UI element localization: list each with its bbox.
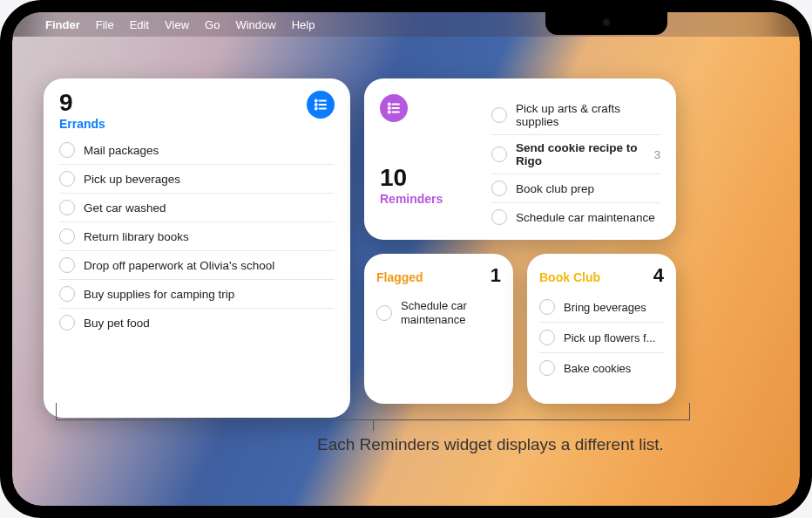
list-icon <box>380 94 408 122</box>
checkbox-icon[interactable] <box>539 299 555 315</box>
menu-go[interactable]: Go <box>205 18 220 31</box>
widget-all-reminders[interactable]: 10 Reminders Pick up arts & crafts suppl… <box>364 78 676 240</box>
reminder-text: Pick up arts & crafts supplies <box>516 102 660 128</box>
menu-edit[interactable]: Edit <box>130 18 149 31</box>
checkbox-icon[interactable] <box>491 147 507 162</box>
menu-bar: Finder File Edit View Go Window Help <box>12 12 800 37</box>
desktop-screen: Finder File Edit View Go Window Help 9 E… <box>12 12 800 506</box>
checkbox-icon[interactable] <box>59 257 75 273</box>
flagged-count: 1 <box>491 264 501 287</box>
reminder-item[interactable]: Get car washed <box>59 193 335 222</box>
checkbox-icon[interactable] <box>376 305 392 321</box>
checkbox-icon[interactable] <box>59 315 75 331</box>
flagged-list-name: Flagged <box>376 270 423 284</box>
reminder-item[interactable]: Pick up beverages <box>59 164 335 193</box>
widget-book-club[interactable]: Book Club 4 Bring beverages Pick up flow… <box>527 254 676 404</box>
checkbox-icon[interactable] <box>491 107 507 123</box>
checkbox-icon[interactable] <box>539 360 555 376</box>
checkbox-icon[interactable] <box>59 142 75 158</box>
menu-help[interactable]: Help <box>292 18 315 31</box>
svg-point-10 <box>389 111 390 112</box>
reminder-text: Return library books <box>84 230 189 243</box>
checkbox-icon[interactable] <box>59 286 75 302</box>
flagged-items: Schedule car maintenance <box>376 292 501 335</box>
svg-point-8 <box>389 107 390 109</box>
menu-file[interactable]: File <box>96 18 114 31</box>
svg-point-2 <box>315 104 317 106</box>
reminder-item[interactable]: Send cookie recipe to Rigo3 <box>491 134 660 174</box>
camera-icon <box>604 19 610 25</box>
device-frame: Finder File Edit View Go Window Help 9 E… <box>0 0 812 518</box>
svg-point-0 <box>315 99 317 101</box>
reminder-item[interactable]: Buy supplies for camping trip <box>59 279 335 308</box>
checkbox-icon[interactable] <box>491 181 507 196</box>
checkbox-icon[interactable] <box>59 228 75 244</box>
checkbox-icon[interactable] <box>491 209 507 225</box>
bookclub-items: Bring beverages Pick up flowers f... Bak… <box>539 292 664 383</box>
list-icon <box>307 91 335 119</box>
reminder-text: Schedule car maintenance <box>516 211 655 224</box>
reminder-item[interactable]: Mail packages <box>59 136 335 164</box>
menu-view[interactable]: View <box>165 18 189 31</box>
reminder-text: Book club prep <box>516 182 594 195</box>
menu-window[interactable]: Window <box>235 18 275 31</box>
reminder-item[interactable]: Pick up flowers f... <box>539 322 664 352</box>
app-menu-finder[interactable]: Finder <box>45 18 80 31</box>
reminder-text: Bring beverages <box>564 301 646 314</box>
desktop-widget-area: 9 Errands Mail packages Pick up beverage… <box>12 37 800 506</box>
reminder-item[interactable]: Buy pet food <box>59 308 335 337</box>
reminders-items: Pick up arts & crafts supplies Send cook… <box>491 96 660 231</box>
bookclub-count: 4 <box>653 264 664 287</box>
reminder-item[interactable]: Bake cookies <box>539 352 664 383</box>
checkbox-icon[interactable] <box>59 200 75 215</box>
reminder-item[interactable]: Book club prep <box>491 174 660 202</box>
errands-count: 9 <box>59 91 105 115</box>
reminders-list-name: Reminders <box>380 192 476 206</box>
errands-list-name: Errands <box>59 117 105 131</box>
reminder-text: Buy pet food <box>84 317 150 330</box>
reminder-text: Drop off paperwork at Olivia's school <box>84 259 274 272</box>
reminder-text: Buy supplies for camping trip <box>84 288 234 301</box>
reminder-item[interactable]: Drop off paperwork at Olivia's school <box>59 250 335 279</box>
bookclub-list-name: Book Club <box>539 270 600 284</box>
widget-flagged[interactable]: Flagged 1 Schedule car maintenance <box>364 254 513 404</box>
svg-point-4 <box>315 107 317 109</box>
reminder-item[interactable]: Schedule car maintenance <box>376 292 501 335</box>
reminder-text: Pick up beverages <box>84 173 180 186</box>
checkbox-icon[interactable] <box>59 171 75 187</box>
reminder-text: Mail packages <box>84 144 159 157</box>
reminder-text: Schedule car maintenance <box>401 299 501 328</box>
reminder-item[interactable]: Pick up arts & crafts supplies <box>491 96 660 134</box>
reminder-text: Send cookie recipe to Rigo <box>516 141 646 167</box>
reminder-text: Bake cookies <box>564 362 631 375</box>
checkbox-icon[interactable] <box>539 330 555 345</box>
subtask-count: 3 <box>654 148 660 161</box>
reminder-item[interactable]: Bring beverages <box>539 292 664 322</box>
notch <box>545 12 667 35</box>
reminder-item[interactable]: Return library books <box>59 222 335 250</box>
widget-errands[interactable]: 9 Errands Mail packages Pick up beverage… <box>44 78 350 418</box>
errands-items: Mail packages Pick up beverages Get car … <box>59 136 335 337</box>
reminder-text: Pick up flowers f... <box>564 331 655 344</box>
reminders-count: 10 <box>380 166 476 190</box>
reminder-item[interactable]: Schedule car maintenance <box>491 202 660 231</box>
reminder-text: Get car washed <box>84 201 166 215</box>
svg-point-6 <box>389 103 390 105</box>
